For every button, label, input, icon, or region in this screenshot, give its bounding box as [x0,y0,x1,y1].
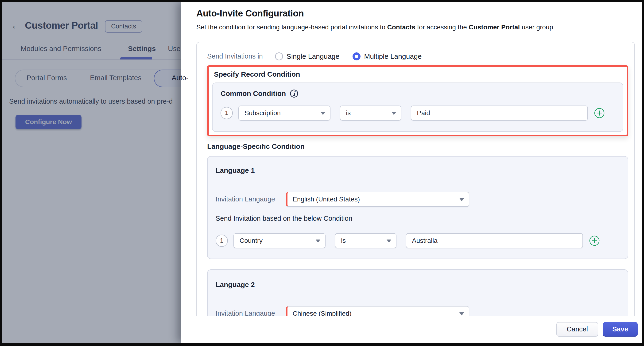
subtitle-text-mid: for accessing the [415,24,468,31]
common-condition-title-row: Common Condition i [220,89,615,98]
invitation-language-select[interactable]: Chinese (Simplified) [286,306,469,316]
condition-value-input[interactable] [406,233,583,248]
field-select-value: Country [240,237,262,244]
invitation-language-value: English (United States) [293,196,360,203]
field-select-value: Subscription [244,109,281,117]
field-select[interactable]: Country [234,233,326,248]
operator-select[interactable]: is [335,233,396,248]
info-icon[interactable]: i [290,89,298,98]
language-1-condition-row: 1 Country is [216,233,620,248]
operator-select[interactable]: is [340,106,402,121]
add-condition-button[interactable] [589,235,600,246]
condition-intro-text: Send Invitation based on the below Condi… [216,214,620,223]
plus-circle-icon [589,235,600,246]
common-condition-row: 1 Subscription is [220,106,615,121]
modal-header: Auto-Invite Configuration Set the condit… [181,2,642,32]
chevron-down-icon [460,312,464,315]
field-select[interactable]: Subscription [238,106,330,121]
plus-circle-icon [594,108,605,119]
subtitle-contacts: Contacts [387,24,416,31]
add-condition-button[interactable] [594,108,605,119]
svg-text:i: i [293,90,296,97]
app-screen: ← Customer Portal Contacts Modules and P… [2,2,642,343]
subtitle-text-post: user group [520,24,553,31]
record-condition-highlight-box: Specify Record Condition Common Conditio… [207,65,628,136]
send-invitations-row: Send Invitations in Single Language Mult… [207,52,628,61]
subtab-auto-invite[interactable]: Auto- [172,74,188,82]
common-condition-title: Common Condition [220,89,286,98]
specify-record-condition-heading: Specify Record Condition [214,70,623,79]
condition-value-input[interactable] [411,106,588,121]
subtitle-text: Set the condition for sending language-b… [196,24,387,31]
chevron-down-icon [386,239,391,243]
language-specific-condition-heading: Language-Specific Condition [207,142,628,151]
condition-number: 1 [216,235,228,247]
configuration-container: Send Invitations in Single Language Mult… [196,42,635,316]
condition-number: 1 [220,107,233,119]
invitation-language-select[interactable]: English (United States) [286,192,469,207]
language-1-select-row: Invitation Langauge English (United Stat… [216,192,620,207]
modal-footer: Cancel Save [181,316,642,343]
invitation-language-value: Chinese (Simplified) [293,310,352,316]
language-2-title: Language 2 [216,280,620,289]
language-1-title: Language 1 [216,166,620,175]
radio-single-language-label: Single Language [286,53,340,60]
radio-unselected-icon[interactable] [275,53,283,60]
send-invitations-label: Send Invitations in [207,53,263,60]
auto-invite-configuration-modal: Auto-Invite Configuration Set the condit… [181,2,642,343]
modal-scroll-area[interactable]: Auto-Invite Configuration Set the condit… [181,2,642,316]
chevron-down-icon [460,198,464,201]
modal-title: Auto-Invite Configuration [196,8,642,19]
language-1-card: Language 1 Invitation Langauge English (… [207,156,628,259]
subtitle-customer-portal: Customer Portal [469,24,520,31]
common-condition-card: Common Condition i 1 Subscription [212,83,623,132]
radio-multiple-language-label: Multiple Language [364,53,422,60]
language-2-select-row: Invitation Langauge Chinese (Simplified) [216,306,620,316]
modal-subtitle: Set the condition for sending language-b… [196,23,642,32]
chevron-down-icon [316,239,320,243]
cancel-button[interactable]: Cancel [556,322,598,336]
invitation-language-label: Invitation Langauge [216,195,286,203]
radio-selected-icon[interactable] [352,53,360,60]
screenshot-frame: ← Customer Portal Contacts Modules and P… [0,0,644,346]
operator-select-value: is [341,237,346,244]
save-button[interactable]: Save [603,322,638,336]
operator-select-value: is [346,109,351,117]
chevron-down-icon [320,112,325,115]
language-2-card: Language 2 Invitation Langauge Chinese (… [207,269,628,316]
radio-single-language[interactable]: Single Language [275,53,340,60]
radio-multiple-language[interactable]: Multiple Language [352,53,422,60]
invitation-language-label: Invitation Langauge [216,309,286,316]
chevron-down-icon [392,112,396,115]
